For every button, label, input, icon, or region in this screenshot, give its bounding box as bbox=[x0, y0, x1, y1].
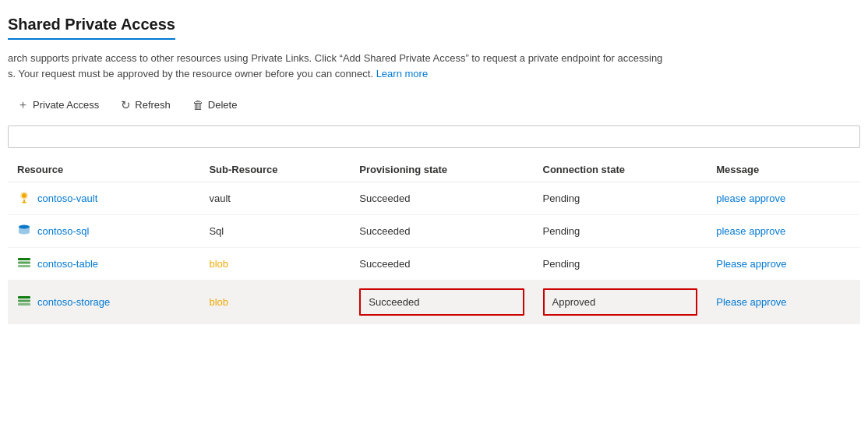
connection-state-value: Pending bbox=[543, 193, 580, 204]
resources-table: Resource Sub-Resource Provisioning state… bbox=[8, 157, 860, 324]
svg-point-1 bbox=[22, 193, 26, 198]
resource-link[interactable]: contoso-vault bbox=[37, 193, 97, 204]
provisioning-state-cell: Succeeded bbox=[350, 281, 533, 324]
svg-rect-9 bbox=[18, 300, 30, 302]
add-private-access-label: Private Access bbox=[33, 99, 99, 111]
description-text-2: s. Your request must be approved by the … bbox=[8, 68, 373, 79]
description-text-1: arch supports private access to other re… bbox=[8, 52, 662, 64]
connection-state-value: Pending bbox=[543, 258, 580, 270]
delete-icon: 🗑 bbox=[192, 98, 204, 111]
sub-resource-cell: Sql bbox=[199, 215, 350, 248]
message-cell: Please approve bbox=[707, 281, 860, 324]
resource-cell: contoso-storage bbox=[8, 281, 199, 324]
vault-icon bbox=[17, 190, 31, 207]
resource-cell: contoso-vault bbox=[8, 182, 199, 215]
message-link[interactable]: Please approve bbox=[716, 258, 786, 270]
sub-resource-value: blob bbox=[209, 296, 228, 308]
refresh-label: Refresh bbox=[135, 99, 171, 111]
toolbar: ＋ Private Access ↻ Refresh 🗑 Delete bbox=[8, 94, 860, 116]
svg-rect-6 bbox=[18, 262, 30, 264]
connection-state-cell: Pending bbox=[534, 248, 707, 281]
svg-rect-3 bbox=[22, 202, 26, 203]
provisioning-state-value: Succeeded bbox=[359, 225, 410, 237]
provisioning-state-value: Succeeded bbox=[359, 193, 410, 204]
message-cell: Please approve bbox=[707, 248, 860, 281]
message-cell: please approve bbox=[707, 215, 860, 248]
sub-resource-value: vault bbox=[209, 193, 230, 204]
table-row: contoso-table blobSucceededPendingPlease… bbox=[8, 248, 860, 281]
table-header-row: Resource Sub-Resource Provisioning state… bbox=[8, 157, 860, 182]
provisioning-state-highlight: Succeeded bbox=[359, 288, 524, 316]
description: arch supports private access to other re… bbox=[8, 51, 826, 81]
sub-resource-value: blob bbox=[209, 258, 228, 270]
provisioning-state-value: Succeeded bbox=[359, 258, 410, 270]
search-input[interactable] bbox=[8, 125, 860, 148]
add-icon: ＋ bbox=[17, 97, 29, 112]
resource-cell: contoso-sql bbox=[8, 215, 199, 248]
svg-point-4 bbox=[19, 225, 30, 229]
delete-button[interactable]: 🗑 Delete bbox=[183, 94, 247, 115]
table-row: contoso-sql SqlSucceededPendingplease ap… bbox=[8, 215, 860, 248]
col-sub-resource: Sub-Resource bbox=[199, 157, 350, 182]
refresh-button[interactable]: ↻ Refresh bbox=[111, 94, 180, 116]
col-connection-state: Connection state bbox=[534, 157, 707, 182]
svg-rect-10 bbox=[18, 303, 30, 306]
provisioning-state-cell: Succeeded bbox=[350, 248, 533, 281]
message-link[interactable]: Please approve bbox=[716, 296, 786, 308]
svg-rect-7 bbox=[18, 265, 30, 267]
provisioning-state-cell: Succeeded bbox=[350, 182, 533, 215]
col-provisioning-state: Provisioning state bbox=[350, 157, 533, 182]
sub-resource-cell: blob bbox=[199, 248, 350, 281]
storage-icon bbox=[17, 294, 31, 310]
sub-resource-cell: blob bbox=[199, 281, 350, 324]
svg-rect-5 bbox=[18, 258, 30, 260]
add-private-access-button[interactable]: ＋ Private Access bbox=[8, 94, 108, 116]
svg-rect-8 bbox=[18, 296, 30, 299]
sql-icon bbox=[17, 223, 31, 239]
refresh-icon: ↻ bbox=[121, 98, 131, 112]
table-row: contoso-storage blobSucceededApprovedPle… bbox=[8, 281, 860, 324]
connection-state-highlight: Approved bbox=[543, 288, 698, 316]
col-resource: Resource bbox=[8, 157, 199, 182]
message-link[interactable]: please approve bbox=[716, 225, 785, 237]
resource-link[interactable]: contoso-table bbox=[37, 258, 98, 270]
delete-label: Delete bbox=[208, 99, 238, 111]
connection-state-cell: Pending bbox=[534, 215, 707, 248]
sub-resource-value: Sql bbox=[209, 225, 224, 237]
resource-cell: contoso-table bbox=[8, 248, 199, 281]
sub-resource-cell: vault bbox=[199, 182, 350, 215]
table-row: contoso-vault vaultSucceededPendingpleas… bbox=[8, 182, 860, 215]
connection-state-cell: Approved bbox=[534, 281, 707, 324]
connection-state-cell: Pending bbox=[534, 182, 707, 215]
connection-state-value: Pending bbox=[543, 225, 580, 237]
resource-link[interactable]: contoso-storage bbox=[37, 296, 110, 308]
message-link[interactable]: please approve bbox=[716, 193, 785, 204]
page-title: Shared Private Access bbox=[8, 16, 175, 40]
provisioning-state-cell: Succeeded bbox=[350, 215, 533, 248]
learn-more-link[interactable]: Learn more bbox=[376, 68, 428, 79]
resource-link[interactable]: contoso-sql bbox=[37, 225, 89, 237]
col-message: Message bbox=[707, 157, 860, 182]
provisioning-state-value: Succeeded bbox=[369, 296, 419, 308]
message-cell: please approve bbox=[707, 182, 860, 215]
connection-state-value: Approved bbox=[552, 296, 596, 308]
table-icon bbox=[17, 256, 31, 272]
